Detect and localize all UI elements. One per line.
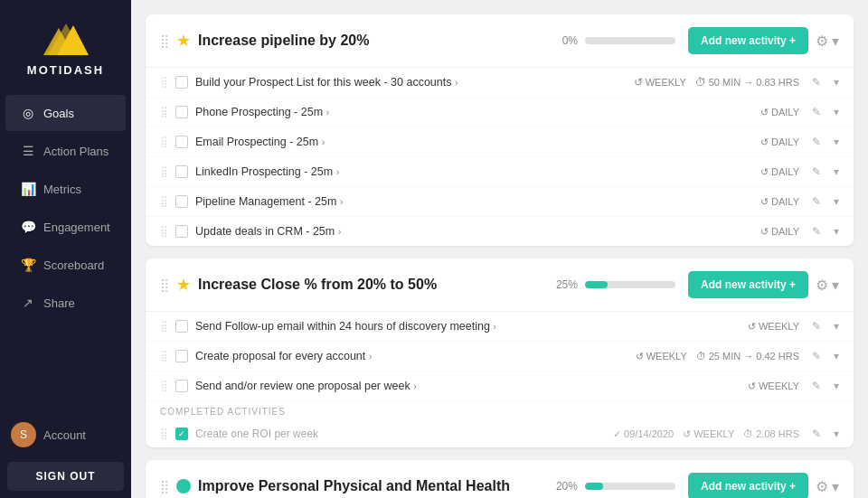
repeat-badge: ↺ DAILY — [760, 196, 799, 208]
row-drag-icon[interactable]: ⣿ — [160, 428, 168, 440]
row-label: Update deals in CRM - 25m › — [195, 225, 760, 238]
completed-meta: ✓ 09/14/2020 ↺ WEEKLY ⏱ 2.08 HRS ✎ ▾ — [613, 428, 839, 440]
row-drag-icon[interactable]: ⣿ — [160, 320, 168, 333]
row-more-btn[interactable]: ▾ — [834, 350, 839, 362]
goals-icon: ◎ — [20, 105, 36, 121]
drag-handle-2[interactable]: ⣿ — [160, 277, 169, 292]
row-drag-icon[interactable]: ⣿ — [160, 165, 168, 178]
row-label: Send Follow-up email within 24 hours of … — [195, 320, 748, 333]
completed-time: ⏱ 2.08 HRS — [743, 428, 799, 439]
row-meta: ↺ DAILY ✎ ▾ — [760, 165, 839, 178]
activity-row: ⣿ Email Prospecting - 25m › ↺ DAILY ✎ ▾ — [146, 127, 854, 157]
green-circle-icon — [176, 479, 191, 493]
row-edit-btn[interactable]: ✎ — [812, 106, 821, 118]
progress-bar-3 — [585, 483, 675, 490]
timer-icon: ⏱ — [695, 76, 706, 89]
signout-button[interactable]: SIGN OUT — [7, 462, 124, 491]
row-checkbox[interactable] — [175, 106, 188, 118]
chevron-btn-2[interactable]: ▾ — [832, 277, 839, 294]
engagement-icon: 💬 — [20, 219, 36, 235]
sidebar-item-share[interactable]: ↗ Share — [5, 285, 126, 321]
row-edit-btn[interactable]: ✎ — [812, 320, 821, 333]
row-more-btn[interactable]: ▾ — [834, 380, 839, 392]
row-checkbox-checked[interactable]: ✓ — [175, 428, 188, 440]
repeat-icon: ↺ — [760, 196, 769, 208]
repeat-icon: ↺ — [748, 321, 756, 333]
row-checkbox[interactable] — [175, 320, 188, 333]
row-edit-btn[interactable]: ✎ — [812, 165, 821, 178]
row-more-btn[interactable]: ▾ — [834, 195, 839, 208]
repeat-badge: ↺ WEEKLY — [748, 321, 799, 333]
row-checkbox[interactable] — [175, 350, 188, 362]
completed-activity-row: ⣿ ✓ Create one ROI per week ✓ 09/14/2020… — [146, 420, 854, 447]
gear-btn-3[interactable]: ⚙ — [816, 478, 828, 495]
main-content: ⣿ ★ Increase pipeline by 20% 0% Add new … — [131, 0, 868, 498]
row-more-btn[interactable]: ▾ — [834, 165, 839, 178]
activity-row: ⣿ Create proposal for every account › ↺ … — [146, 342, 854, 371]
row-drag-icon[interactable]: ⣿ — [160, 380, 168, 392]
goal-header-3: ⣿ Improve Personal Physical and Mental H… — [146, 460, 854, 498]
add-activity-btn-3[interactable]: Add new activity + — [688, 473, 808, 498]
sidebar-item-metrics[interactable]: 📊 Metrics — [5, 171, 126, 207]
row-checkbox[interactable] — [175, 165, 188, 178]
row-checkbox[interactable] — [175, 76, 188, 89]
activity-row: ⣿ Build your Prospect List for this week… — [146, 68, 854, 98]
sidebar-item-scoreboard[interactable]: 🏆 Scoreboard — [5, 247, 126, 283]
row-drag-icon[interactable]: ⣿ — [160, 195, 168, 208]
row-edit-btn[interactable]: ✎ — [812, 350, 821, 362]
row-checkbox[interactable] — [175, 195, 188, 208]
row-edit-btn[interactable]: ✎ — [812, 195, 821, 208]
row-meta: ↺ WEEKLY ⏱ 25 MIN → 0.42 HRS ✎ ▾ — [636, 350, 839, 362]
row-checkbox[interactable] — [175, 136, 188, 148]
sidebar-item-engagement[interactable]: 💬 Engagement — [5, 209, 126, 245]
metrics-icon: 📊 — [20, 181, 36, 197]
add-activity-btn-2[interactable]: Add new activity + — [688, 271, 808, 298]
sidebar-item-action-plans[interactable]: ☰ Action Plans — [5, 133, 126, 169]
row-drag-icon[interactable]: ⣿ — [160, 225, 168, 238]
row-drag-icon[interactable]: ⣿ — [160, 136, 168, 148]
completed-activity-label: Create one ROI per week — [195, 428, 613, 440]
row-more-btn[interactable]: ▾ — [834, 320, 839, 333]
row-more-btn[interactable]: ▾ — [834, 106, 839, 118]
row-drag-icon[interactable]: ⣿ — [160, 106, 168, 118]
add-activity-btn-1[interactable]: Add new activity + — [688, 27, 808, 54]
row-checkbox[interactable] — [175, 225, 188, 238]
row-drag-icon[interactable]: ⣿ — [160, 76, 168, 89]
row-checkbox[interactable] — [175, 380, 188, 392]
row-meta: ↺ WEEKLY ⏱ 50 MIN → 0.83 HRS ✎ ▾ — [634, 76, 839, 89]
row-edit-btn[interactable]: ✎ — [812, 76, 821, 89]
progress-bar-2 — [585, 281, 675, 288]
goal-title-2: Increase Close % from 20% to 50% — [198, 277, 556, 293]
repeat-badge: ↺ WEEKLY — [636, 351, 687, 362]
sidebar-item-goals[interactable]: ◎ Goals — [5, 95, 126, 131]
repeat-badge: ↺ DAILY — [760, 166, 799, 178]
row-more-btn[interactable]: ▾ — [834, 76, 839, 89]
row-more-btn[interactable]: ▾ — [834, 428, 839, 440]
drag-handle-3[interactable]: ⣿ — [160, 479, 169, 493]
gear-btn-2[interactable]: ⚙ — [816, 277, 828, 294]
row-more-btn[interactable]: ▾ — [834, 225, 839, 238]
repeat-badge: ↺ WEEKLY — [634, 76, 686, 89]
row-edit-btn[interactable]: ✎ — [812, 428, 821, 440]
avatar: S — [11, 422, 36, 447]
action-plans-icon: ☰ — [20, 143, 36, 159]
row-edit-btn[interactable]: ✎ — [812, 380, 821, 392]
time-badge: ⏱ 50 MIN → 0.83 HRS — [695, 76, 799, 89]
drag-handle-1[interactable]: ⣿ — [160, 33, 169, 48]
row-meta: ↺ DAILY ✎ ▾ — [760, 195, 839, 208]
row-label: Build your Prospect List for this week -… — [195, 76, 634, 89]
chevron-btn-1[interactable]: ▾ — [832, 33, 839, 50]
share-icon: ↗ — [20, 295, 36, 311]
gear-btn-1[interactable]: ⚙ — [816, 33, 828, 50]
account-area[interactable]: S Account — [0, 415, 131, 455]
chevron-btn-3[interactable]: ▾ — [832, 478, 839, 495]
row-edit-btn[interactable]: ✎ — [812, 225, 821, 238]
row-label: Send and/or review one proposal per week… — [195, 380, 748, 392]
progress-fill-2 — [585, 281, 608, 288]
row-drag-icon[interactable]: ⣿ — [160, 350, 168, 362]
row-more-btn[interactable]: ▾ — [834, 136, 839, 148]
sidebar-item-engagement-label: Engagement — [43, 221, 110, 234]
row-edit-btn[interactable]: ✎ — [812, 136, 821, 148]
sidebar-item-share-label: Share — [43, 296, 75, 310]
row-meta: ↺ DAILY ✎ ▾ — [760, 136, 839, 148]
